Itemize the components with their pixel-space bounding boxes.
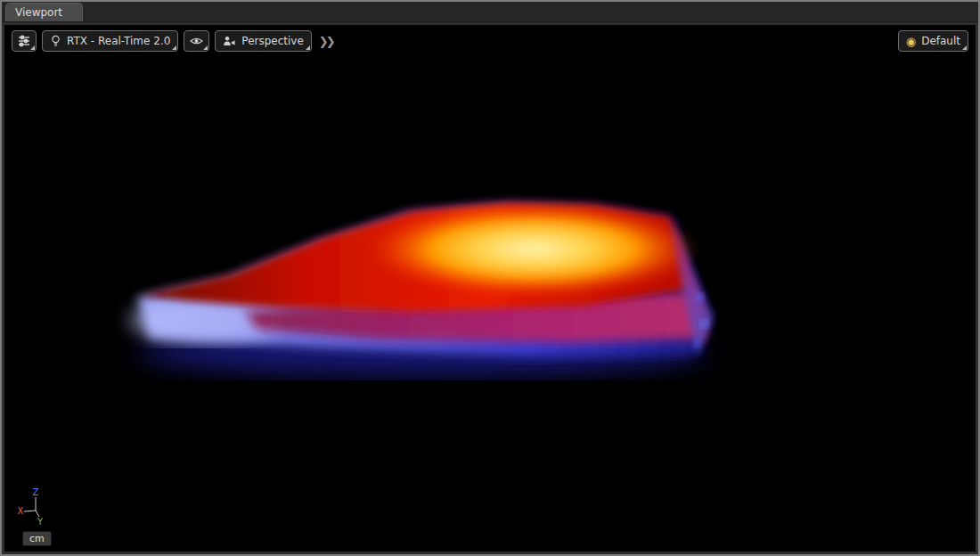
- lightbulb-icon: [50, 35, 61, 47]
- tab-bar: Viewport: [2, 2, 978, 22]
- lighting-button[interactable]: ◉ Default: [898, 30, 968, 52]
- toolbar-expand-chevrons-icon[interactable]: ❯❯: [317, 35, 333, 48]
- axis-x-label: X: [18, 506, 24, 516]
- volume-render: [4, 25, 976, 552]
- camera-label: Perspective: [241, 35, 304, 47]
- tab-viewport[interactable]: Viewport: [5, 3, 83, 21]
- dropdown-corner-icon: [30, 45, 35, 50]
- camera-icon: [223, 36, 236, 47]
- dropdown-corner-icon: [306, 45, 310, 50]
- visibility-button[interactable]: [184, 30, 209, 52]
- lighting-label: Default: [921, 35, 960, 47]
- dropdown-corner-icon: [172, 45, 176, 50]
- dome-light-icon: ◉: [906, 36, 916, 47]
- tab-viewport-label: Viewport: [15, 6, 62, 19]
- camera-button[interactable]: Perspective: [215, 30, 312, 52]
- viewport-toolbar-right: ◉ Default: [898, 30, 968, 52]
- eye-icon: [190, 36, 203, 46]
- render-settings-sliders-icon: [18, 35, 30, 47]
- axis-z-label: Z: [33, 487, 39, 497]
- units-badge: cm: [22, 531, 52, 546]
- renderer-button[interactable]: RTX - Real-Time 2.0: [42, 30, 178, 52]
- renderer-label: RTX - Real-Time 2.0: [67, 35, 170, 47]
- viewport-window: Viewport: [0, 0, 980, 556]
- dropdown-corner-icon: [962, 45, 967, 50]
- viewport-toolbar-left: RTX - Real-Time 2.0: [12, 30, 333, 52]
- viewport-canvas[interactable]: RTX - Real-Time 2.0: [4, 25, 976, 552]
- axis-y-label: Y: [37, 517, 44, 527]
- axis-gizmo: Z X Y: [15, 487, 56, 527]
- render-settings-button[interactable]: [12, 30, 37, 52]
- dropdown-corner-icon: [203, 45, 208, 50]
